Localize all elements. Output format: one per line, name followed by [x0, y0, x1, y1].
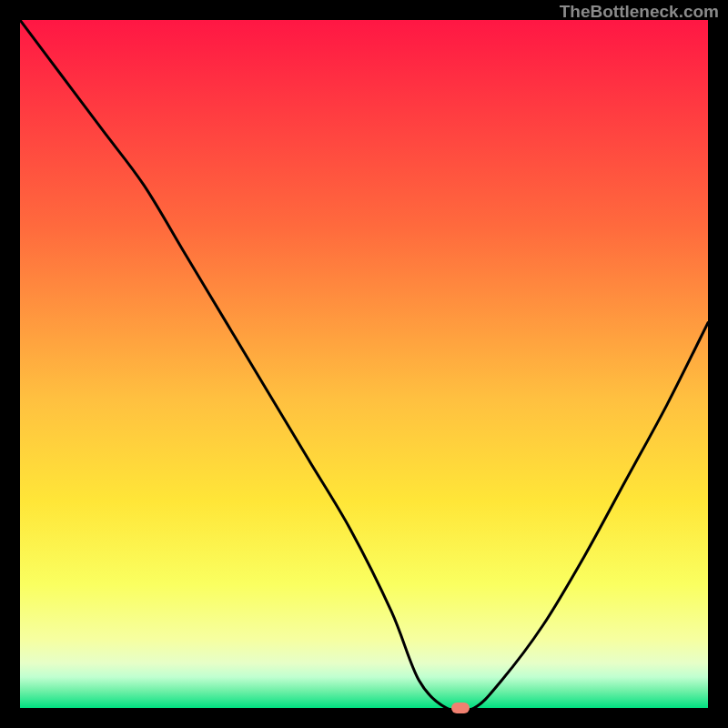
watermark-text: TheBottleneck.com	[560, 2, 719, 22]
svg-rect-0	[20, 20, 708, 708]
optimal-point-marker	[451, 703, 470, 713]
heatmap-background	[20, 20, 708, 708]
plot-area	[20, 20, 708, 708]
chart-frame: TheBottleneck.com	[0, 0, 728, 728]
